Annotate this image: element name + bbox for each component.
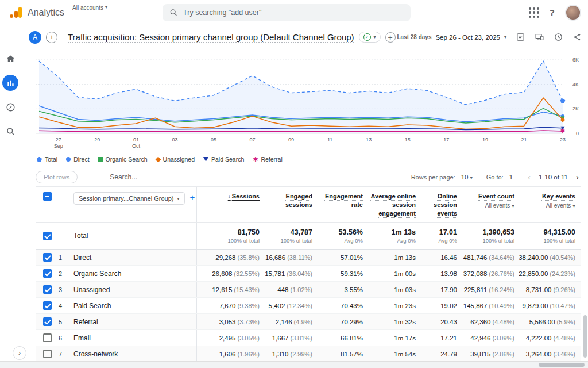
legend-item[interactable]: Paid Search xyxy=(203,156,244,163)
prev-page-icon[interactable]: ‹ xyxy=(525,172,533,182)
plot-rows-button[interactable]: Plot rows xyxy=(36,171,78,183)
chart-legend: TotalDirectOrganic SearchUnassignedPaid … xyxy=(36,153,581,167)
expand-nav-button[interactable]: › xyxy=(13,346,26,360)
table-row[interactable]: 4Paid Search7,670(9.38%)5,402(12.34%)70.… xyxy=(36,298,581,314)
row-index: 3 xyxy=(59,282,74,297)
horizontal-scrollbar[interactable] xyxy=(0,361,588,368)
date-range-picker[interactable]: Last 28 days Sep 26 - Oct 23, 2025 ▾ xyxy=(397,34,506,41)
select-all-checkbox[interactable] xyxy=(43,192,52,201)
cell-value: 9,879.00 xyxy=(523,302,548,309)
chevron-down-icon: ▾ xyxy=(470,175,473,181)
svg-text:01: 01 xyxy=(133,137,139,143)
add-report-button[interactable]: + xyxy=(385,32,396,43)
cell-value: 3,264.00 xyxy=(526,351,552,358)
cell-value: 225,811 xyxy=(464,286,488,293)
table-row[interactable]: 2Organic Search26,608(32.55%)15,781(36.0… xyxy=(36,266,581,282)
legend-item[interactable]: ✱Referral xyxy=(253,156,283,163)
vertical-scrollbar[interactable] xyxy=(583,315,587,358)
cell-value: 15,781 xyxy=(265,270,285,277)
table-search-input[interactable] xyxy=(110,173,202,181)
date-range-label: Last 28 days xyxy=(397,34,431,40)
column-filter-dropdown[interactable]: All events ▾ xyxy=(485,202,514,209)
home-icon[interactable] xyxy=(2,51,18,67)
cell-value: 3,053 xyxy=(219,319,236,325)
sessions-chart: 02K4K6K27Sep2901Oct030507091113151719212… xyxy=(36,53,581,153)
row-checkbox[interactable] xyxy=(43,317,52,326)
cell-value: 12,615 xyxy=(212,286,232,293)
check-icon: ✓ xyxy=(363,33,371,41)
add-dimension-button[interactable]: + xyxy=(190,192,195,202)
legend-item[interactable]: Organic Search xyxy=(98,156,148,163)
legend-item[interactable]: Unassigned xyxy=(156,156,195,163)
svg-text:11: 11 xyxy=(327,137,332,143)
column-header[interactable]: Engaged sessions xyxy=(265,192,312,209)
total-value: 81,750 xyxy=(238,228,260,236)
search-input[interactable] xyxy=(183,9,404,17)
next-page-icon[interactable]: › xyxy=(574,172,581,182)
column-header[interactable]: Key events xyxy=(542,192,575,201)
comparison-chip[interactable]: A xyxy=(29,31,41,44)
line-chart[interactable]: 02K4K6K27Sep2901Oct030507091113151719212… xyxy=(36,55,581,151)
svg-text:0: 0 xyxy=(576,131,579,136)
column-header[interactable]: Event count xyxy=(478,192,514,201)
table-row[interactable]: 1Direct29,268(35.8%)16,686(38.11%)57.01%… xyxy=(36,250,581,266)
cell-value: 29,268 xyxy=(215,254,235,261)
go-to-input[interactable]: 1 xyxy=(509,174,513,181)
advertising-icon[interactable] xyxy=(2,123,18,139)
svg-text:17: 17 xyxy=(443,137,449,143)
column-header[interactable]: Engagement rate xyxy=(318,192,363,209)
notes-icon[interactable] xyxy=(516,32,525,42)
row-checkbox[interactable] xyxy=(43,334,52,342)
go-to-label: Go to: xyxy=(486,174,504,181)
report-status-badge[interactable]: ✓ ▾ xyxy=(359,32,381,43)
search-icon xyxy=(169,8,177,17)
legend-label: Paid Search xyxy=(211,156,244,163)
help-icon[interactable]: ? xyxy=(550,7,555,17)
account-switcher[interactable]: All accounts▾ xyxy=(72,5,107,11)
row-checkbox[interactable] xyxy=(43,350,52,358)
table-row[interactable]: 7Cross-network1,606(1.96%)1,310(2.99%)81… xyxy=(36,346,581,362)
column-header[interactable]: Online session events xyxy=(421,192,457,218)
devices-icon[interactable] xyxy=(535,32,544,42)
table-row[interactable]: 6Email2,495(3.05%)1,667(3.81%)66.81%1m 1… xyxy=(36,330,581,346)
total-label: Total xyxy=(74,223,196,249)
report-title[interactable]: Traffic acquisition: Session primary cha… xyxy=(68,32,354,42)
row-checkbox[interactable] xyxy=(43,285,52,294)
table-row[interactable]: 3Unassigned12,615(15.43%)448(1.02%)3.55%… xyxy=(36,282,581,298)
svg-text:19: 19 xyxy=(482,137,488,143)
scrollbar-thumb[interactable] xyxy=(539,363,585,367)
cell-percent: (3.73%) xyxy=(237,319,260,325)
column-filter-dropdown[interactable]: All events ▾ xyxy=(546,202,575,209)
cell-value: 2,495 xyxy=(219,335,236,342)
dimension-selector[interactable]: Session primary...Channel Group)▾ xyxy=(74,192,185,205)
row-checkbox[interactable] xyxy=(43,253,52,262)
cell-value: 1m 13s xyxy=(394,254,416,261)
star-marker-icon: ✱ xyxy=(253,157,258,162)
add-comparison-button[interactable]: + xyxy=(46,32,57,43)
global-search[interactable] xyxy=(163,4,411,21)
legend-item[interactable]: Total xyxy=(37,156,57,163)
total-value: 17.01 xyxy=(439,228,457,236)
explore-icon[interactable] xyxy=(2,99,18,115)
rows-per-page-select[interactable]: 10 ▾ xyxy=(461,174,473,181)
cell-value: 70.29% xyxy=(341,319,363,325)
user-avatar[interactable] xyxy=(565,5,581,21)
total-value: 1,390,653 xyxy=(482,228,514,236)
column-header[interactable]: Average online session engagement xyxy=(369,192,416,218)
legend-item[interactable]: Direct xyxy=(66,156,89,163)
date-range-value: Sep 26 - Oct 23, 2025 xyxy=(435,34,500,41)
column-header[interactable]: ↓Sessions xyxy=(228,192,260,201)
row-checkbox[interactable] xyxy=(43,301,52,310)
analytics-logo-icon[interactable] xyxy=(9,6,23,19)
table-header-row: Session primary...Channel Group)▾ + ↓Ses… xyxy=(36,186,581,222)
channel-name: Cross-network xyxy=(74,346,196,362)
share-icon[interactable] xyxy=(572,32,582,42)
total-row-checkbox[interactable] xyxy=(43,232,52,240)
table-total-row: Total 81,750100% of total43,787100% of t… xyxy=(36,222,581,250)
reports-icon[interactable] xyxy=(2,75,18,91)
svg-text:Sep: Sep xyxy=(54,143,63,149)
history-icon[interactable] xyxy=(554,32,563,42)
row-checkbox[interactable] xyxy=(43,269,52,278)
apps-grid-icon[interactable] xyxy=(529,7,539,18)
table-row[interactable]: 5Referral3,053(3.73%)2,146(4.9%)70.29%1m… xyxy=(36,314,581,330)
